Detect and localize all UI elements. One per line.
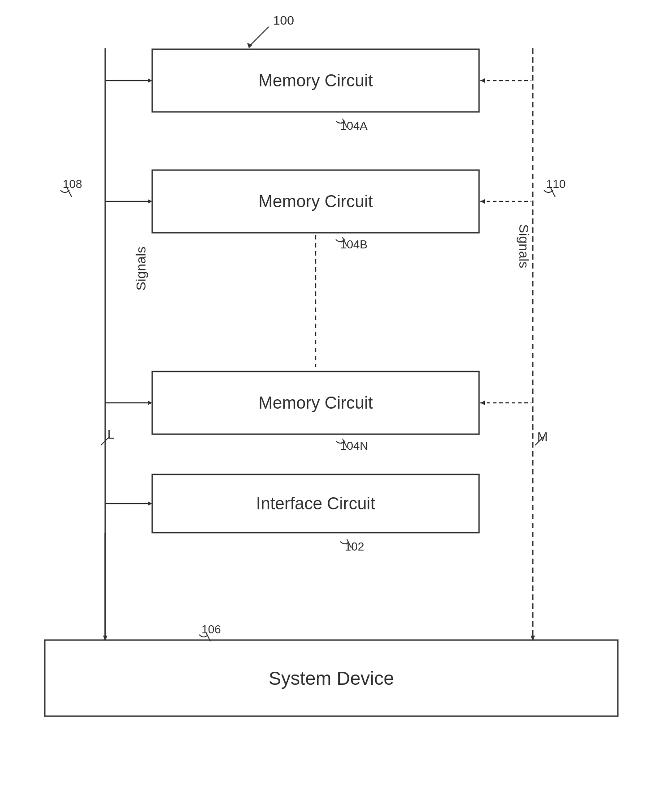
signals-left-label: Signals: [133, 247, 148, 290]
system-device-label: System Device: [269, 668, 394, 689]
ref-106-label: 106: [201, 623, 221, 636]
signals-right-label: Signals: [517, 224, 531, 268]
ref-110-label: 110: [546, 177, 565, 191]
memory-circuit-n-label: Memory Circuit: [258, 393, 373, 412]
ref-100-label: 100: [273, 13, 294, 27]
label-l: L: [107, 427, 115, 441]
memory-circuit-b-label: Memory Circuit: [258, 192, 373, 211]
ref-108-label: 108: [63, 177, 82, 191]
interface-circuit-label: Interface Circuit: [256, 494, 376, 513]
diagram-container: 100 Memory Circuit 104A Memory Circuit 1…: [0, 0, 672, 790]
ref-102-label: 102: [345, 540, 364, 553]
memory-circuit-a-label: Memory Circuit: [258, 71, 373, 90]
